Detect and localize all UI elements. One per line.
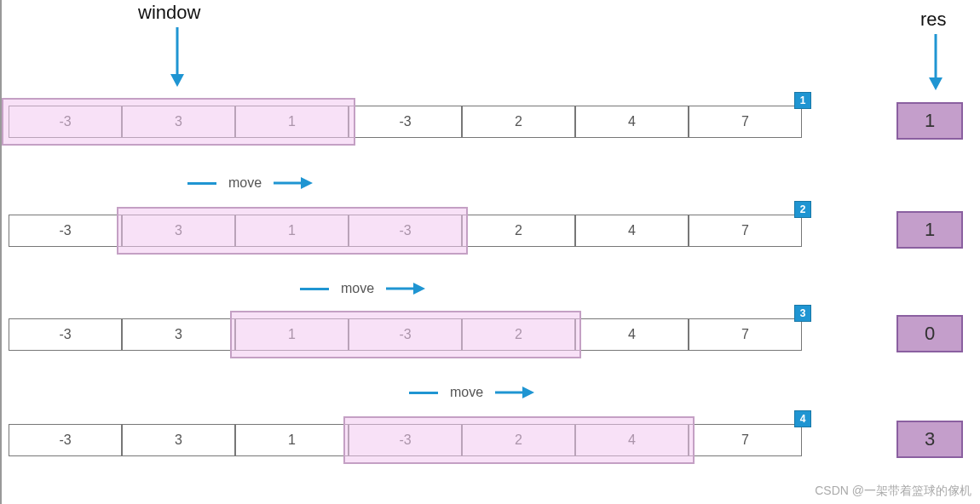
array-cell: 7 — [689, 106, 802, 138]
array-cell: -3 — [9, 215, 122, 247]
array-cell: 2 — [462, 215, 575, 247]
array-cell: -3 — [349, 106, 462, 138]
array-row: -3 3 1 -3 2 4 7 — [9, 424, 802, 456]
res-label: res — [920, 9, 947, 31]
window-label: window — [138, 2, 200, 24]
array-cell: -3 — [9, 318, 122, 351]
step-badge: 1 — [794, 92, 811, 109]
move-dash-icon — [187, 182, 216, 185]
arrow-right-icon — [495, 387, 534, 398]
array-cell: 3 — [122, 424, 235, 456]
watermark-text: CSDN @一架带着篮球的傢机 — [815, 484, 971, 499]
array-cell: 4 — [575, 318, 689, 351]
arrow-right-icon — [274, 177, 313, 189]
array-row: -3 3 1 -3 2 4 7 — [9, 318, 802, 351]
step-badge: 2 — [794, 201, 811, 218]
array-row: -3 3 1 -3 2 4 7 — [9, 215, 802, 247]
result-box: 3 — [896, 421, 963, 458]
move-text: move — [341, 281, 374, 296]
svg-marker-1 — [170, 74, 184, 87]
array-cell: 2 — [462, 106, 575, 138]
array-row: -3 3 1 -3 2 4 7 — [9, 106, 802, 138]
diagram-canvas: window res -3 3 1 -3 2 4 7 1 1 move -3 3 — [0, 0, 980, 504]
array-cell: 3 — [122, 215, 235, 247]
window-arrow-icon — [169, 27, 186, 87]
move-dash-icon — [300, 288, 329, 290]
svg-marker-7 — [413, 283, 425, 295]
result-box: 1 — [896, 102, 963, 140]
move-indicator: move — [187, 175, 313, 191]
array-cell: -3 — [9, 424, 122, 456]
step-badge: 4 — [794, 410, 811, 427]
result-box: 0 — [896, 315, 963, 352]
svg-marker-9 — [522, 387, 534, 398]
array-cell: 4 — [575, 106, 689, 138]
array-cell: 7 — [689, 215, 802, 247]
move-dash-icon — [409, 392, 438, 394]
array-cell: -3 — [9, 106, 122, 138]
res-arrow-icon — [927, 34, 944, 90]
array-cell: 3 — [122, 106, 235, 138]
array-cell: 1 — [235, 424, 349, 456]
array-cell: 1 — [235, 106, 349, 138]
step-badge: 3 — [794, 305, 811, 322]
move-text: move — [228, 175, 262, 191]
array-cell: 7 — [689, 424, 802, 456]
array-cell: -3 — [349, 215, 462, 247]
array-cell: 1 — [235, 318, 349, 351]
array-cell: 7 — [689, 318, 802, 351]
array-cell: 2 — [462, 424, 575, 456]
result-box: 1 — [896, 211, 963, 249]
move-text: move — [450, 385, 483, 400]
svg-marker-5 — [301, 177, 313, 189]
array-cell: 3 — [122, 318, 235, 351]
move-indicator: move — [409, 385, 534, 400]
arrow-right-icon — [386, 283, 425, 295]
array-cell: 4 — [575, 215, 689, 247]
svg-marker-3 — [929, 77, 943, 90]
array-cell: 2 — [462, 318, 575, 351]
array-cell: -3 — [349, 318, 462, 351]
array-cell: 1 — [235, 215, 349, 247]
array-cell: -3 — [349, 424, 462, 456]
move-indicator: move — [300, 281, 425, 296]
array-cell: 4 — [575, 424, 689, 456]
